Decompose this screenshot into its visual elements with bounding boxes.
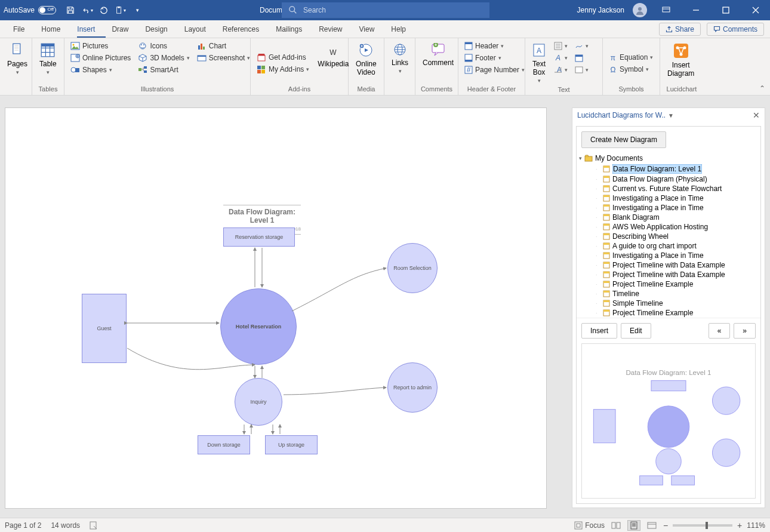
shapes-button[interactable]: Shapes ▾ [68, 64, 133, 75]
tree-item[interactable]: ·Project Timeline with Data Example [579, 260, 758, 270]
print-layout-icon[interactable] [627, 520, 640, 531]
zoom-level[interactable]: 111% [747, 521, 765, 530]
tree-item[interactable]: ·Describing Wheel [579, 232, 758, 241]
tab-view[interactable]: View [351, 20, 383, 38]
tree-item[interactable]: ·Blank Diagram [579, 213, 758, 222]
chart-button[interactable]: Chart [195, 41, 253, 51]
svg-rect-86 [603, 291, 609, 293]
date-time-button[interactable] [572, 53, 591, 63]
get-addins-button[interactable]: Get Add-ins [254, 52, 312, 63]
tab-insert[interactable]: Insert [69, 20, 103, 38]
tree-item[interactable]: ·Investigating a Place in Time [579, 203, 758, 213]
wordart-button[interactable]: A▾ [552, 53, 570, 63]
svg-point-10 [73, 44, 75, 46]
zoom-in-button[interactable]: + [737, 521, 742, 530]
tree-item[interactable]: ·Data Flow Diagram (Physical) [579, 174, 758, 184]
screenshot-button[interactable]: Screenshot ▾ [195, 53, 253, 63]
qat-customize-icon[interactable]: ▾ [130, 3, 144, 17]
wikipedia-button[interactable]: WWikipedia [314, 41, 352, 85]
tab-file[interactable]: File [5, 20, 33, 38]
minimize-icon[interactable] [685, 0, 707, 20]
paste-icon[interactable]: ▾ [113, 3, 128, 17]
user-avatar-icon[interactable] [633, 3, 647, 17]
tree-item[interactable]: ·Current vs. Future State Flowchart [579, 184, 758, 193]
close-icon[interactable] [745, 0, 766, 20]
tree-item[interactable]: ·Project Timeline Example [579, 279, 758, 289]
tab-design[interactable]: Design [137, 20, 175, 38]
header-button[interactable]: Header ▾ [462, 41, 527, 51]
tree-item[interactable]: ·AWS Web Application Hosting [579, 222, 758, 232]
tree-item[interactable]: ·Project Timeline with Data Example [579, 270, 758, 279]
object-button[interactable]: ▾ [572, 64, 591, 75]
quickparts-button[interactable]: ▾ [552, 41, 570, 51]
pictures-button[interactable]: Pictures [68, 41, 133, 51]
online-pictures-button[interactable]: Online Pictures [68, 53, 133, 63]
icons-button[interactable]: Icons [135, 41, 192, 51]
video-icon [359, 43, 373, 57]
online-video-button[interactable]: Online Video [352, 41, 380, 85]
read-mode-icon[interactable] [609, 520, 623, 531]
tree-item[interactable]: ·A guide to org chart import [579, 241, 758, 251]
comments-button[interactable]: Comments [707, 23, 764, 36]
links-button[interactable]: Links▾ [388, 41, 412, 85]
svg-rect-70 [603, 214, 609, 216]
edit-button[interactable]: Edit [621, 323, 651, 339]
text-box-button[interactable]: AText Box ▾ [529, 41, 549, 86]
equation-button[interactable]: πEquation ▾ [606, 52, 655, 63]
save-icon[interactable] [63, 3, 78, 17]
tree-item[interactable]: ·Investigating a Place in Time [579, 193, 758, 203]
pane-close-icon[interactable]: ✕ [753, 110, 760, 120]
tree-item[interactable]: ·Investigating a Place in Time [579, 251, 758, 260]
my-addins-button[interactable]: My Add-ins ▾ [254, 64, 312, 75]
pane-menu-icon[interactable]: ▼ [668, 112, 674, 119]
tab-home[interactable]: Home [33, 20, 69, 38]
web-layout-icon[interactable] [645, 520, 658, 531]
dropcap-button[interactable]: A▾ [552, 64, 570, 75]
footer-button[interactable]: Footer ▾ [462, 53, 527, 63]
share-button[interactable]: Share [659, 23, 701, 36]
signature-button[interactable]: ▾ [572, 41, 591, 51]
create-new-diagram-button[interactable]: Create New Diagram [581, 131, 666, 148]
insert-diagram-button[interactable]: Insert Diagram [664, 41, 698, 85]
insert-button[interactable]: Insert [581, 323, 617, 339]
svg-rect-29 [257, 70, 261, 73]
redo-icon[interactable] [97, 3, 111, 17]
3d-models-button[interactable]: 3D Models ▾ [135, 53, 192, 63]
tree-item[interactable]: ·Simple Timeline [579, 299, 758, 308]
tab-review[interactable]: Review [310, 20, 350, 38]
autosave-toggle[interactable]: Off [38, 6, 56, 14]
undo-icon[interactable]: ▾ [80, 3, 94, 17]
symbol-button[interactable]: ΩSymbol ▾ [606, 64, 655, 75]
tree-item[interactable]: ·Data Flow Diagram: Level 1 [579, 164, 758, 174]
tab-mailings[interactable]: Mailings [267, 20, 310, 38]
tree-item[interactable]: ·Timeline [579, 289, 758, 299]
collapse-ribbon-icon[interactable]: ⌃ [759, 84, 765, 93]
tab-draw[interactable]: Draw [103, 20, 137, 38]
table-button[interactable]: Table▾ [36, 41, 60, 85]
ribbon-options-icon[interactable] [655, 0, 677, 20]
svg-rect-18 [138, 68, 141, 71]
word-count[interactable]: 14 words [51, 521, 80, 530]
tab-help[interactable]: Help [383, 20, 414, 38]
maximize-icon[interactable] [715, 0, 737, 20]
page-number-button[interactable]: #Page Number ▾ [462, 64, 527, 75]
focus-mode-button[interactable]: Focus [574, 521, 605, 530]
zoom-out-button[interactable]: − [663, 521, 668, 530]
tab-references[interactable]: References [214, 20, 267, 38]
prev-page-button[interactable]: « [709, 323, 731, 339]
tree-folder[interactable]: ▾My Documents [579, 153, 758, 164]
svg-rect-1 [118, 7, 120, 8]
proofing-icon[interactable] [90, 521, 98, 530]
pages-button[interactable]: Pages▾ [4, 41, 31, 85]
symbol-icon: Ω [609, 65, 617, 73]
zoom-slider[interactable] [673, 524, 732, 527]
comment-button[interactable]: Comment [419, 41, 457, 85]
page-indicator[interactable]: Page 1 of 2 [5, 521, 41, 530]
node-report-admin: Report to admin [387, 362, 438, 413]
tab-layout[interactable]: Layout [176, 20, 214, 38]
tree-item[interactable]: ·Project Timeline Example [579, 308, 758, 318]
smartart-button[interactable]: SmartArt [135, 64, 192, 75]
next-page-button[interactable]: » [734, 323, 756, 339]
search-box[interactable]: Search [282, 2, 489, 18]
page-number-icon: # [464, 66, 473, 74]
